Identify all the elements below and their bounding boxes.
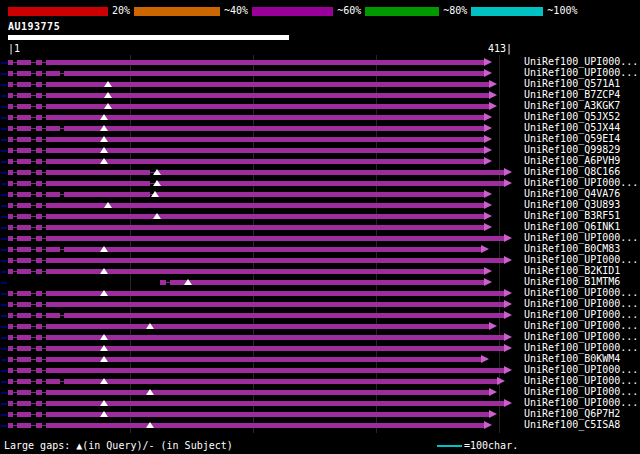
alignment-block[interactable] — [46, 82, 489, 87]
alignment-block[interactable] — [46, 225, 484, 230]
hit-label[interactable]: UniRef100_B7ZCP4 — [524, 89, 620, 100]
alignment-block[interactable] — [17, 170, 31, 175]
alignment-block[interactable] — [46, 368, 504, 373]
alignment-block[interactable] — [46, 390, 489, 395]
alignment-block[interactable] — [36, 170, 42, 175]
hit-label[interactable]: UniRef100_A3KGK7 — [524, 100, 620, 111]
alignment-block[interactable] — [46, 335, 504, 340]
alignment-block[interactable] — [46, 291, 504, 296]
alignment-block[interactable] — [17, 203, 31, 208]
alignment-block[interactable] — [36, 93, 42, 98]
alignment-block[interactable] — [64, 192, 150, 197]
alignment-block[interactable] — [36, 313, 42, 318]
alignment-block[interactable] — [36, 71, 42, 76]
alignment-block[interactable] — [8, 93, 13, 98]
alignment-block[interactable] — [36, 291, 42, 296]
alignment-block[interactable] — [17, 401, 31, 406]
alignment-block[interactable] — [8, 225, 13, 230]
alignment-block[interactable] — [8, 258, 13, 263]
alignment-block[interactable] — [36, 357, 42, 362]
alignment-block[interactable] — [36, 214, 42, 219]
alignment-block[interactable] — [17, 357, 31, 362]
alignment-block[interactable] — [46, 170, 150, 175]
alignment-block[interactable] — [8, 82, 13, 87]
alignment-block[interactable] — [17, 247, 31, 252]
alignment-block[interactable] — [17, 214, 31, 219]
alignment-block[interactable] — [8, 423, 13, 428]
alignment-block[interactable] — [17, 115, 31, 120]
alignment-block[interactable] — [46, 192, 60, 197]
alignment-block[interactable] — [46, 324, 489, 329]
alignment-block[interactable] — [8, 412, 13, 417]
hit-label[interactable]: UniRef100_UPI000... — [524, 287, 638, 298]
alignment-block[interactable] — [17, 225, 31, 230]
alignment-block[interactable] — [8, 357, 13, 362]
alignment-block[interactable] — [46, 247, 60, 252]
hit-label[interactable]: UniRef100_Q5JX52 — [524, 111, 620, 122]
alignment-block[interactable] — [36, 346, 42, 351]
alignment-block[interactable] — [17, 236, 31, 241]
alignment-block[interactable] — [8, 247, 13, 252]
alignment-block[interactable] — [64, 379, 497, 384]
alignment-block[interactable] — [36, 203, 42, 208]
alignment-block[interactable] — [46, 313, 60, 318]
hit-label[interactable]: UniRef100_UPI000... — [524, 56, 638, 67]
alignment-block[interactable] — [36, 126, 42, 131]
hit-label[interactable]: UniRef100_UPI000... — [524, 386, 638, 397]
alignment-block[interactable] — [46, 236, 504, 241]
alignment-block[interactable] — [17, 324, 31, 329]
alignment-block[interactable] — [17, 335, 31, 340]
alignment-block[interactable] — [8, 159, 13, 164]
hit-label[interactable]: UniRef100_UPI000... — [524, 375, 638, 386]
alignment-block[interactable] — [46, 115, 484, 120]
alignment-block[interactable] — [17, 60, 31, 65]
alignment-block[interactable] — [17, 148, 31, 153]
alignment-block[interactable] — [17, 71, 31, 76]
alignment-block[interactable] — [8, 181, 13, 186]
alignment-block[interactable] — [46, 258, 504, 263]
hit-label[interactable]: UniRef100_UPI000... — [524, 397, 638, 408]
alignment-block[interactable] — [36, 159, 42, 164]
alignment-block[interactable] — [8, 379, 13, 384]
alignment-block[interactable] — [36, 390, 42, 395]
hit-label[interactable]: UniRef100_Q571A1 — [524, 78, 620, 89]
alignment-block[interactable] — [36, 192, 42, 197]
alignment-block[interactable] — [36, 60, 42, 65]
alignment-block[interactable] — [8, 324, 13, 329]
alignment-block[interactable] — [17, 93, 31, 98]
alignment-block[interactable] — [36, 335, 42, 340]
alignment-block[interactable] — [36, 324, 42, 329]
alignment-block[interactable] — [156, 192, 484, 197]
alignment-block[interactable] — [46, 346, 504, 351]
hit-label[interactable]: UniRef100_Q4VA76 — [524, 188, 620, 199]
alignment-block[interactable] — [17, 379, 31, 384]
alignment-block[interactable] — [64, 313, 504, 318]
alignment-block[interactable] — [36, 148, 42, 153]
alignment-block[interactable] — [8, 203, 13, 208]
hit-label[interactable]: UniRef100_UPI000... — [524, 320, 638, 331]
alignment-block[interactable] — [36, 401, 42, 406]
hit-label[interactable]: UniRef100_C5ISA8 — [524, 419, 620, 430]
alignment-block[interactable] — [36, 181, 42, 186]
alignment-block[interactable] — [17, 82, 31, 87]
alignment-block[interactable] — [17, 258, 31, 263]
hit-label[interactable]: UniRef100_A6PVH9 — [524, 155, 620, 166]
alignment-block[interactable] — [46, 60, 484, 65]
hit-label[interactable]: UniRef100_UPI000... — [524, 177, 638, 188]
alignment-block[interactable] — [46, 71, 60, 76]
alignment-block[interactable] — [36, 379, 42, 384]
alignment-block[interactable] — [36, 412, 42, 417]
alignment-block[interactable] — [17, 192, 31, 197]
alignment-block[interactable] — [8, 269, 13, 274]
alignment-block[interactable] — [8, 291, 13, 296]
alignment-block[interactable] — [170, 280, 484, 285]
alignment-block[interactable] — [8, 137, 13, 142]
alignment-block[interactable] — [36, 115, 42, 120]
alignment-block[interactable] — [36, 368, 42, 373]
alignment-block[interactable] — [17, 412, 31, 417]
alignment-block[interactable] — [46, 401, 504, 406]
hit-label[interactable]: UniRef100_B1MTM6 — [524, 276, 620, 287]
hit-label[interactable]: UniRef100_Q6INK1 — [524, 221, 620, 232]
alignment-block[interactable] — [46, 214, 484, 219]
alignment-block[interactable] — [158, 170, 504, 175]
